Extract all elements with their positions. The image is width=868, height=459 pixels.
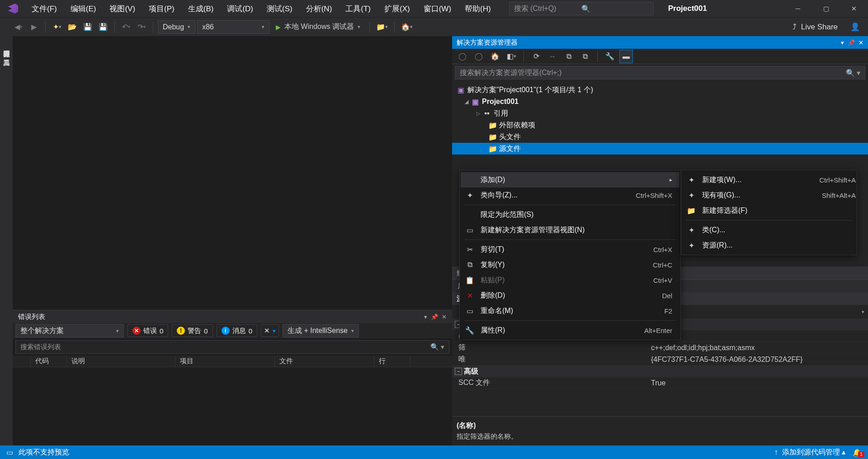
source-control-button[interactable]: ↑ 添加到源代码管理 ▴ [774,448,845,457]
context-menu-item[interactable]: ✦现有项(G)...Shift+Alt+A [682,187,863,203]
menu-item[interactable]: 帮助(H) [458,1,497,17]
column-header[interactable]: 代码 [31,356,67,367]
menu-item[interactable]: 分析(N) [300,1,339,17]
context-menu[interactable]: 添加(D)▸✦类向导(Z)...Ctrl+Shift+X限定为此范围(S)▭新建… [459,170,681,340]
menu-item-icon: 📋 [465,276,474,285]
context-menu-item[interactable]: 限定为此范围(S) [461,207,679,222]
headers-node[interactable]: 📁头文件 [452,131,868,143]
project-node[interactable]: ◢▣Project001 [452,96,868,108]
prop-row-filter[interactable]: 筛c++;def;odl;idl;hpj;bat;asm;asmx [452,342,868,354]
side-dock-tab[interactable]: 工具箱 [0,50,13,59]
warnings-filter[interactable]: !警告 0 [172,324,212,337]
close-button[interactable]: ✕ [840,0,868,17]
menu-item-icon: ▭ [465,307,474,315]
dropdown-icon[interactable]: ▾ [424,314,427,320]
context-menu-item[interactable]: ⧉复制(Y)Ctrl+C [461,257,679,272]
se-collapse[interactable]: ⧉ [562,50,576,63]
sources-node[interactable]: 📁源文件 [452,143,868,155]
column-header[interactable]: 项目 [175,356,275,367]
folder-icon: 📁 [488,145,496,153]
menu-item[interactable]: 调试(D) [221,1,259,17]
context-submenu-add[interactable]: ✦新建项(W)...Ctrl+Shift+A✦现有项(G)...Shift+Al… [681,170,857,255]
solution-explorer-search[interactable]: 搜索解决方案资源管理器(Ctrl+;) 🔍 ▾ [455,66,865,80]
menu-item-icon: ✦ [687,226,696,234]
se-home[interactable]: 🏠 [488,50,502,63]
context-menu-item[interactable]: 📋粘贴(P)Ctrl+V [461,272,679,288]
se-sync[interactable]: ↔ [546,50,559,63]
context-menu-item[interactable]: ✦类(C)... [682,222,863,238]
menu-item[interactable]: 文件(F) [25,1,63,17]
menu-item[interactable]: 工具(T) [339,1,377,17]
quick-search-box[interactable]: 搜索 (Ctrl+Q) 🔍 [509,2,654,15]
scope-combo[interactable]: 整个解决方案▾ [15,324,124,337]
config-combo[interactable]: Debug▾ [158,20,195,34]
share-icon: ⤴ [793,23,797,32]
tool-button-1[interactable]: 📁 ▾ [374,20,390,34]
context-menu-item[interactable]: ▭重命名(M)F2 [461,303,679,318]
undo-button[interactable]: ↶ ▾ [119,20,133,34]
se-props[interactable]: 🔧 [603,50,617,63]
clear-filter[interactable]: ✕▾ [261,324,279,337]
context-menu-item[interactable]: ✦资源(R)... [682,238,863,253]
source-combo[interactable]: 生成 + IntelliSense▾ [283,324,359,337]
menu-item[interactable]: 扩展(X) [378,1,416,17]
context-menu-item[interactable]: ✂剪切(T)Ctrl+X [461,242,679,257]
messages-filter[interactable]: i消息 0 [217,324,257,337]
search-placeholder: 搜索 (Ctrl+Q) [514,4,581,14]
category-advanced[interactable]: −高级 [452,365,868,377]
prop-row-scc[interactable]: SCC 文件True [452,377,868,389]
column-header[interactable]: 行 [374,356,410,367]
context-menu-item[interactable]: 添加(D)▸ [461,172,679,187]
context-menu-item[interactable]: ▭新建解决方案资源管理器视图(N) [461,222,679,238]
context-menu-item[interactable]: ✦新建项(W)...Ctrl+Shift+A [682,172,863,187]
menu-item[interactable]: 生成(B) [182,1,220,17]
se-showall[interactable]: ⧉ [578,50,592,63]
column-header[interactable]: 文件 [275,356,374,367]
new-item-button[interactable]: ✦ ▾ [50,20,64,34]
tool-button-2[interactable]: 🏠 ▾ [399,20,415,34]
se-refresh[interactable]: ⟳ [529,50,543,63]
errors-filter[interactable]: ✕错误 0 [127,324,168,337]
error-search-box[interactable]: 搜索错误列表 🔍 ▾ [15,340,449,354]
prop-row-identifier[interactable]: 唯{4FC737F1-C7A5-4376-A066-2A32D752A2FF} [452,354,868,365]
menu-item[interactable]: 项目(P) [142,1,181,17]
redo-button[interactable]: ↷ ▾ [135,20,148,34]
solution-node[interactable]: ▣解决方案"Project001"(1 个项目/共 1 个) [452,84,868,96]
dropdown-icon[interactable]: ▾ [841,39,844,46]
se-preview[interactable]: ▬ [619,50,633,63]
se-back[interactable]: ◯ [456,50,469,63]
pin-icon[interactable]: 📌 [848,39,855,46]
save-button[interactable]: 💾 [81,20,94,34]
live-share-button[interactable]: ⤴ Live Share 👤 [793,22,860,32]
minimize-button[interactable]: ─ [784,0,812,17]
context-menu-item[interactable]: ✦类向导(Z)...Ctrl+Shift+X [461,187,679,203]
se-toggle[interactable]: ◧ ▾ [505,50,518,63]
solution-explorer-toolbar: ◯ ◯ 🏠 ◧ ▾ ⟳ ↔ ⧉ ⧉ 🔧 ▬ [452,49,868,64]
column-header[interactable]: 说明 [67,356,175,367]
context-menu-item[interactable]: ✕删除(D)Del [461,288,679,303]
vs-logo-icon [6,2,20,15]
se-fwd[interactable]: ◯ [472,50,486,63]
close-icon[interactable]: ✕ [859,39,863,46]
menu-item[interactable]: 视图(V) [103,1,142,17]
maximize-button[interactable]: ▢ [812,0,840,17]
pin-icon[interactable]: 📌 [431,314,438,320]
menu-item[interactable]: 测试(S) [260,1,299,17]
nav-back-button[interactable]: ◀ ▾ [12,20,25,34]
error-list-panel: 错误列表 ▾📌✕ 整个解决方案▾ ✕错误 0 !警告 0 i消息 0 ✕▾ 生成… [13,310,452,445]
column-header[interactable] [13,356,31,367]
nav-fwd-button[interactable]: ▶ [27,20,41,34]
platform-combo[interactable]: x86▾ [197,20,269,34]
references-node[interactable]: ▷▪▪引用 [452,108,868,119]
save-all-button[interactable]: 💾 [96,20,110,34]
close-icon[interactable]: ✕ [442,314,447,320]
external-deps-node[interactable]: 📁外部依赖项 [452,119,868,131]
open-button[interactable]: 📂 [66,20,79,34]
context-menu-item[interactable]: 🔧属性(R)Alt+Enter [461,323,679,338]
menu-item[interactable]: 窗口(W) [417,1,458,17]
side-dock-tab[interactable]: 服务器资源管理器 [0,41,13,50]
start-debug-button[interactable]: ▶本地 Windows 调试器▾ [271,20,365,34]
menu-item[interactable]: 编辑(E) [64,1,103,17]
context-menu-item[interactable]: 📁新建筛选器(F) [682,203,863,218]
notifications-button[interactable]: 🔔1 [853,448,862,457]
